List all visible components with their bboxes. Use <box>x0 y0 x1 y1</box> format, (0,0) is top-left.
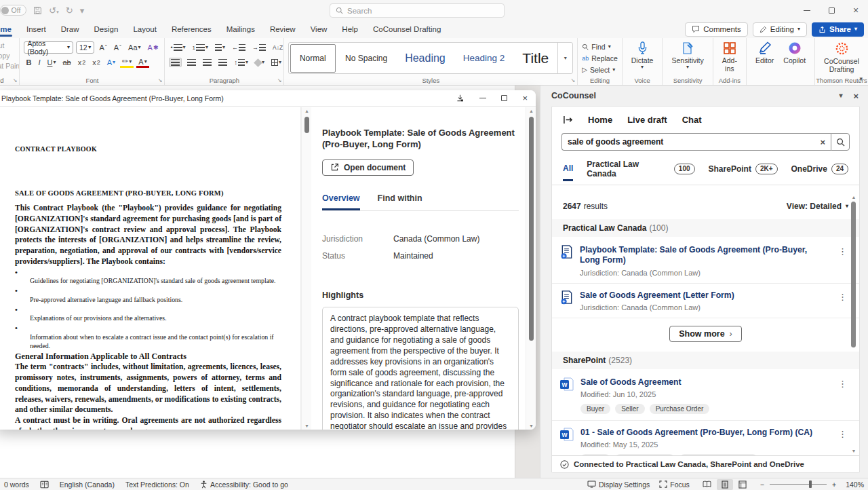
tab-draw[interactable]: Draw <box>54 22 87 37</box>
result-more-options-icon[interactable]: ⋮ <box>835 290 850 303</box>
tab-help[interactable]: Help <box>334 22 366 37</box>
details-scrollbar[interactable]: ▲ ▼ <box>526 107 536 430</box>
shrink-font-icon[interactable]: Aˇ <box>112 43 123 52</box>
editing-mode-button[interactable]: Editing▾ <box>753 22 807 37</box>
format-painter-button[interactable]: Format Painter <box>0 62 20 70</box>
clear-formatting-icon[interactable]: A✱ <box>146 43 161 52</box>
tab-design[interactable]: Design <box>87 22 126 37</box>
scroll-down-icon[interactable]: ▼ <box>850 449 857 453</box>
tab-insert[interactable]: Insert <box>19 22 54 37</box>
close-button[interactable]: × <box>844 0 868 20</box>
result-title[interactable]: Playbook Template: Sale of Goods Agreeme… <box>580 245 829 266</box>
editor-button[interactable]: Editor <box>751 40 778 64</box>
filter-onedrive[interactable]: OneDrive24 <box>791 164 848 181</box>
decrease-indent-icon[interactable]: ← <box>231 43 247 52</box>
result-more-options-icon[interactable]: ⋮ <box>835 245 850 258</box>
preview-scrollbar[interactable]: ▲ ▼ <box>301 107 311 430</box>
scroll-up-icon[interactable]: ▲ <box>850 195 857 200</box>
focus-mode-button[interactable]: Focus <box>659 480 690 489</box>
language-selector[interactable]: English (Canada) <box>60 480 115 489</box>
align-left-icon[interactable] <box>169 58 182 67</box>
app-search-box[interactable]: Search <box>330 3 505 18</box>
change-case-icon[interactable]: Aa▾ <box>126 43 142 52</box>
style-heading2[interactable]: Heading 2 <box>454 43 514 73</box>
accessibility-status[interactable]: Accessibility: Good to go <box>200 480 288 489</box>
borders-icon[interactable]: ▾ <box>270 58 283 67</box>
clear-search-icon[interactable]: × <box>820 137 825 147</box>
tab-cocounsel-drafting[interactable]: CoCounsel Drafting <box>366 22 448 37</box>
results-scrollbar[interactable]: ▲ ▼ <box>850 195 857 453</box>
web-layout-icon[interactable] <box>734 479 751 490</box>
tab-overview[interactable]: Overview <box>322 193 360 210</box>
result-item[interactable]: Playbook Template: Sale of Goods Agreeme… <box>552 238 859 284</box>
scroll-down-icon[interactable]: ▼ <box>526 423 536 428</box>
filter-practical-law-canada[interactable]: Practical Law Canada100 <box>587 159 694 185</box>
redo-icon[interactable]: ↻ <box>66 6 73 15</box>
cut-button[interactable]: Cut <box>0 41 20 50</box>
tab-view[interactable]: View <box>303 22 335 37</box>
align-right-icon[interactable] <box>201 58 213 67</box>
style-title[interactable]: Title <box>513 43 557 73</box>
select-button[interactable]: ▷ Select▾ <box>582 64 618 75</box>
scrollbar-thumb[interactable] <box>304 117 309 133</box>
zoom-level[interactable]: 140% <box>846 480 864 489</box>
style-normal[interactable]: Normal <box>290 44 336 73</box>
autosave-toggle[interactable]: AutoSave Off <box>0 5 26 16</box>
read-mode-icon[interactable] <box>699 479 715 490</box>
pane-close-icon[interactable]: × <box>853 91 859 101</box>
numbered-list-icon[interactable]: 1▾ <box>191 43 210 52</box>
tab-find-within[interactable]: Find within <box>378 193 422 210</box>
customize-toolbar-icon[interactable]: ▾ <box>80 6 85 15</box>
copy-button[interactable]: Copy <box>0 52 20 60</box>
style-heading[interactable]: Heading <box>396 43 454 73</box>
save-icon[interactable] <box>33 6 42 15</box>
filter-all[interactable]: All <box>563 164 573 181</box>
multilevel-list-icon[interactable]: ▾ <box>214 43 226 52</box>
bold-button[interactable]: B <box>24 58 33 67</box>
copilot-button[interactable]: Copilot <box>778 40 810 64</box>
result-title[interactable]: 01 - Sale of Goods Agreement (Pro-Buyer,… <box>580 428 829 438</box>
filter-sharepoint[interactable]: SharePoint2K+ <box>709 164 778 181</box>
line-spacing-icon[interactable]: ↕▾ <box>233 58 250 67</box>
view-selector[interactable]: View: Detailed▾ <box>787 202 848 211</box>
replace-button[interactable]: ab Replace <box>582 53 618 64</box>
document-preview-pane[interactable]: CONTRACT PLAYBOOK SALE OF GOODS AGREEMEN… <box>0 107 301 430</box>
tab-mailings[interactable]: Mailings <box>219 22 262 37</box>
search-input[interactable]: sale of goods agreement × <box>561 133 831 151</box>
result-item[interactable]: Sale of Goods Agreement (Letter Form) Ju… <box>552 284 859 318</box>
result-item[interactable]: W 01 - Sale of Goods Agreement (Pro-Buye… <box>552 421 859 455</box>
open-document-button[interactable]: Open document <box>322 159 414 176</box>
style-no-spacing[interactable]: No Spacing <box>336 43 396 73</box>
share-button[interactable]: Share▾ <box>812 22 864 37</box>
result-item[interactable]: W Sale of Goods Agreement Modified: Jun … <box>552 371 859 421</box>
font-family-select[interactable]: Aptos (Body)▾ <box>24 41 73 54</box>
scrollbar-thumb[interactable] <box>529 117 534 341</box>
bullet-list-icon[interactable]: •▾ <box>169 43 186 52</box>
nav-home[interactable]: Home <box>588 115 612 125</box>
download-icon[interactable] <box>456 94 465 102</box>
increase-indent-icon[interactable]: → <box>251 43 267 52</box>
tab-layout[interactable]: Layout <box>125 22 164 37</box>
zoom-slider-thumb[interactable] <box>809 480 812 488</box>
tab-review[interactable]: Review <box>262 22 303 37</box>
result-more-options-icon[interactable]: ⋮ <box>835 377 850 390</box>
superscript-button[interactable]: x2 <box>90 58 102 67</box>
maximize-button[interactable] <box>819 0 844 20</box>
cocounsel-drafting-button[interactable]: CoCounselDrafting <box>819 40 864 73</box>
addins-button[interactable]: Add-ins <box>717 40 742 73</box>
find-button[interactable]: Find▾ <box>582 41 618 53</box>
align-center-icon[interactable] <box>186 58 197 67</box>
collapse-panel-icon[interactable] <box>563 115 573 124</box>
grow-font-icon[interactable]: Aˆ <box>97 43 108 52</box>
paragraph-dialog-launcher-icon[interactable]: ↘ <box>277 77 282 83</box>
print-layout-icon[interactable] <box>717 479 733 490</box>
result-title[interactable]: Sale of Goods Agreement (Letter Form) <box>580 290 829 301</box>
styles-dialog-launcher-icon[interactable]: ↘ <box>571 77 576 83</box>
font-color-icon[interactable]: A▾ <box>136 58 149 68</box>
scroll-down-icon[interactable]: ▼ <box>302 423 312 428</box>
sort-icon[interactable]: A↓Z <box>271 43 284 52</box>
dictate-button[interactable]: Dictate▾ <box>627 40 658 70</box>
strikethrough-button[interactable]: ab <box>60 58 73 67</box>
subscript-button[interactable]: x2 <box>76 58 88 67</box>
proofing-status-icon[interactable] <box>40 480 49 489</box>
